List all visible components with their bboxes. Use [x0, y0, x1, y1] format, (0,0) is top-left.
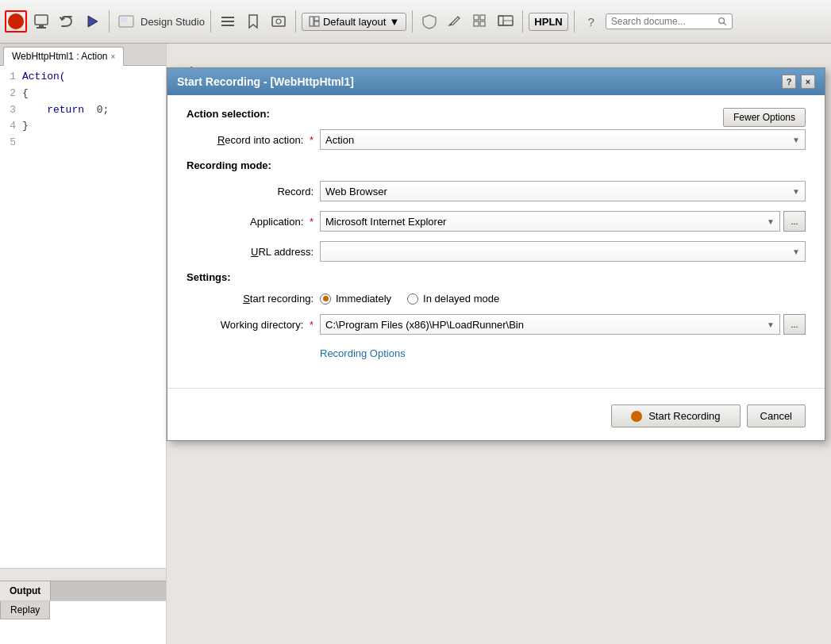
- toolbar-icon-monitor[interactable]: [494, 10, 517, 33]
- working-dir-label-text: Working directory:: [221, 319, 304, 331]
- code-line-1: 1 Action(: [3, 69, 163, 86]
- svg-rect-2: [37, 27, 46, 29]
- svg-rect-17: [480, 21, 485, 26]
- design-studio-label[interactable]: Design Studio: [140, 16, 205, 28]
- start-recording-label: Start Recording: [648, 410, 720, 422]
- toolbar-icon-play[interactable]: [81, 10, 103, 33]
- working-dir-label: Working directory: *: [187, 319, 314, 331]
- snapshot-icon: [271, 13, 287, 29]
- layout-button[interactable]: Default layout ▼: [302, 13, 406, 31]
- svg-rect-5: [121, 17, 127, 22]
- code-line-3: 3 return 0;: [3, 102, 163, 119]
- url-label-text: URL address:: [251, 246, 314, 258]
- toolbar-icon-b1[interactable]: [242, 10, 264, 33]
- start-recording-dot: [631, 411, 642, 422]
- record-into-value: Action: [325, 134, 354, 146]
- cancel-button[interactable]: Cancel: [747, 404, 806, 427]
- dialog-divider: [167, 388, 825, 389]
- radio-delayed-label: In delayed mode: [423, 293, 499, 305]
- svg-point-21: [718, 18, 724, 24]
- editor-tab[interactable]: WebHttpHtml1 : Action ×: [3, 47, 124, 66]
- code-text-4: }: [22, 118, 29, 135]
- svg-rect-19: [498, 16, 503, 25]
- record-select[interactable]: Web Browser ▼: [320, 181, 806, 201]
- url-arrow: ▼: [792, 247, 800, 256]
- start-recording-button[interactable]: Start Recording: [611, 404, 740, 427]
- record-value: Web Browser: [325, 186, 387, 197]
- start-recording-radio-group: Immediately In delayed mode: [320, 293, 499, 305]
- sep-4: [412, 10, 413, 33]
- code-text-3: return: [22, 102, 84, 119]
- sep-3: [295, 10, 296, 33]
- fewer-options-button[interactable]: Fewer Options: [723, 108, 806, 127]
- help-icon: ?: [588, 15, 594, 29]
- svg-rect-11: [310, 17, 314, 26]
- application-select[interactable]: Microsoft Internet Explorer ▼: [320, 211, 780, 232]
- line-num-5: 5: [3, 135, 16, 151]
- bottom-tab-strip: Output: [0, 581, 166, 600]
- toolbar-icon-b2[interactable]: [267, 10, 290, 33]
- url-select[interactable]: ▼: [320, 241, 806, 262]
- toolbar-icon-shield[interactable]: [418, 10, 441, 33]
- record-icon: [8, 13, 24, 29]
- record-into-control: Action ▼: [320, 129, 806, 150]
- radio-immediately[interactable]: Immediately: [320, 293, 391, 305]
- working-dir-value: C:\Program Files (x86)\HP\LoadRunner\Bin: [325, 319, 524, 331]
- application-control: Microsoft Internet Explorer ▼ ...: [320, 211, 806, 232]
- list-icon: [220, 13, 236, 29]
- application-value: Microsoft Internet Explorer: [325, 216, 446, 228]
- start-recording-field-label-text: Start recording:: [243, 293, 314, 305]
- record-into-label: Record into action: *: [187, 134, 314, 146]
- toolbar-icon-grid[interactable]: [469, 10, 491, 33]
- tab-close-btn[interactable]: ×: [111, 52, 116, 61]
- search-box[interactable]: [606, 13, 733, 29]
- record-arrow: ▼: [792, 187, 800, 196]
- application-required: *: [310, 216, 314, 228]
- sep-1: [109, 10, 110, 33]
- svg-rect-1: [39, 25, 44, 27]
- application-browse-btn[interactable]: ...: [783, 211, 806, 232]
- toolbar-icon-2[interactable]: [30, 10, 52, 33]
- radio-delayed[interactable]: In delayed mode: [407, 293, 499, 305]
- toolbar-icon-pencil[interactable]: [444, 10, 466, 33]
- svg-rect-0: [35, 15, 48, 25]
- help-button[interactable]: ?: [580, 10, 602, 33]
- code-text-1: Action(: [22, 69, 66, 86]
- dialog-close-btn[interactable]: ×: [801, 75, 815, 89]
- output-tab[interactable]: Output: [0, 581, 51, 600]
- search-input[interactable]: [611, 16, 714, 27]
- pencil-icon: [448, 14, 462, 29]
- code-editor[interactable]: 1 Action( 2 { 3 return 0; 4 } 5: [0, 66, 166, 568]
- start-recording-dialog: Start Recording - [WebHttpHtml1] ? × Few…: [167, 67, 825, 441]
- record-into-select[interactable]: Action ▼: [320, 129, 806, 150]
- toolbar-list-icon[interactable]: [217, 10, 239, 33]
- application-arrow: ▼: [767, 217, 775, 226]
- main-area: WebHttpHtml1 : Action × 1 Action( 2 { 3 …: [0, 44, 831, 644]
- working-dir-browse-btn[interactable]: ...: [783, 314, 806, 335]
- record-control: Web Browser ▼: [320, 181, 806, 201]
- working-dir-select[interactable]: C:\Program Files (x86)\HP\LoadRunner\Bin…: [320, 314, 780, 335]
- sep-2: [210, 10, 211, 33]
- sep-6: [574, 10, 575, 33]
- dialog-title: Start Recording - [WebHttpHtml1]: [177, 75, 354, 88]
- record-label-text: Record:: [277, 186, 314, 197]
- svg-rect-13: [314, 21, 319, 26]
- toolbar-icon-design-studio-img: [115, 10, 137, 33]
- radio-delayed-circle: [407, 293, 418, 305]
- hpln-button[interactable]: HPLN: [529, 13, 567, 31]
- recording-options-link[interactable]: Recording Options: [320, 347, 406, 359]
- vuser-icon: [33, 13, 50, 30]
- url-row: URL address: ▼: [187, 241, 806, 262]
- replay-tab[interactable]: Replay: [0, 601, 50, 619]
- horizontal-scrollbar[interactable]: [0, 568, 166, 581]
- dialog-help-btn[interactable]: ?: [782, 75, 796, 89]
- main-toolbar: Design Studio Default layout ▼: [0, 0, 831, 44]
- line-num-3: 3: [3, 102, 16, 119]
- record-into-arrow: ▼: [792, 136, 800, 144]
- toolbar-icon-undo[interactable]: [56, 10, 78, 33]
- record-row: Record: Web Browser ▼: [187, 181, 806, 201]
- svg-rect-20: [503, 21, 513, 25]
- section-settings-label: Settings:: [187, 271, 806, 283]
- line-num-1: 1: [3, 69, 16, 86]
- record-button[interactable]: [5, 10, 27, 33]
